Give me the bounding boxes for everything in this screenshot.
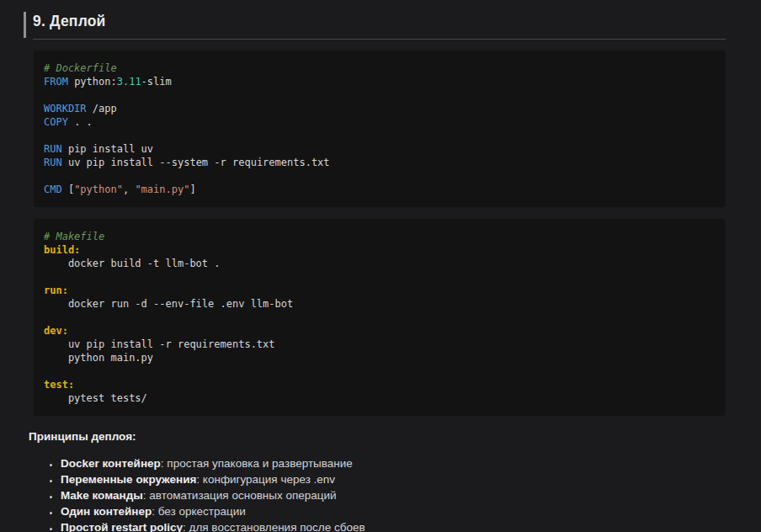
code-line: CMD ["python", "main.py"] bbox=[44, 183, 716, 196]
code-line bbox=[44, 311, 716, 324]
principles-heading: Принципы деплоя: bbox=[29, 430, 726, 443]
list-item-desc: : автоматизация основных операций bbox=[143, 489, 337, 502]
heading-accent-bar bbox=[24, 12, 26, 38]
list-item: Make команды: автоматизация основных опе… bbox=[61, 487, 726, 503]
code-line: build: bbox=[44, 243, 716, 257]
code-line: FROM python:3.11-slim bbox=[44, 75, 716, 88]
list-item: Docker контейнер: простая упаковка и раз… bbox=[61, 455, 726, 471]
code-line: pytest tests/ bbox=[44, 391, 716, 405]
code-line: test: bbox=[44, 378, 716, 391]
code-line: python main.py bbox=[44, 351, 716, 364]
code-line: RUN pip install uv bbox=[44, 142, 716, 156]
code-line: WORKDIR /app bbox=[44, 102, 716, 115]
list-item-desc: : простая упаковка и развертывание bbox=[161, 457, 353, 470]
list-item-term: Простой restart policy bbox=[61, 521, 183, 532]
list-item-term: Docker контейнер bbox=[61, 457, 161, 470]
code-line: dev: bbox=[44, 324, 716, 338]
code-line: uv pip install -r requirements.txt bbox=[44, 338, 716, 351]
list-item-term: Один контейнер bbox=[61, 505, 152, 518]
list-item-term: Переменные окружения bbox=[61, 473, 196, 486]
list-item: Один контейнер: без оркестрации bbox=[61, 503, 726, 519]
code-line bbox=[44, 88, 716, 102]
list-item-term: Make команды bbox=[61, 489, 143, 502]
list-item-desc: : для восстановления после сбоев bbox=[183, 521, 365, 532]
code-line: # Makefile bbox=[44, 230, 716, 243]
code-line bbox=[44, 169, 716, 183]
code-line: # Dockerfile bbox=[44, 61, 716, 75]
list-item: Простой restart policy: для восстановлен… bbox=[61, 519, 726, 532]
list-item-desc: : конфигурация через .env bbox=[196, 473, 335, 486]
code-line bbox=[44, 364, 716, 378]
list-item-desc: : без оркестрации bbox=[152, 505, 246, 518]
code-line: RUN uv pip install --system -r requireme… bbox=[44, 156, 716, 169]
code-block-dockerfile: # DockerfileFROM python:3.11-slim WORKDI… bbox=[34, 51, 726, 207]
principles-list: Docker контейнер: простая упаковка и раз… bbox=[29, 455, 726, 532]
code-line: docker run -d --env-file .env llm-bot bbox=[44, 297, 716, 311]
code-line bbox=[44, 129, 716, 142]
code-line: COPY . . bbox=[44, 115, 716, 129]
code-line: docker build -t llm-bot . bbox=[44, 257, 716, 270]
code-line bbox=[44, 270, 716, 284]
code-block-makefile: # Makefilebuild: docker build -t llm-bot… bbox=[34, 219, 726, 416]
page-title: 9. Деплой bbox=[33, 11, 726, 40]
list-item: Переменные окружения: конфигурация через… bbox=[61, 471, 726, 487]
code-line: run: bbox=[44, 284, 716, 297]
section-header: 9. Деплой bbox=[24, 11, 726, 40]
